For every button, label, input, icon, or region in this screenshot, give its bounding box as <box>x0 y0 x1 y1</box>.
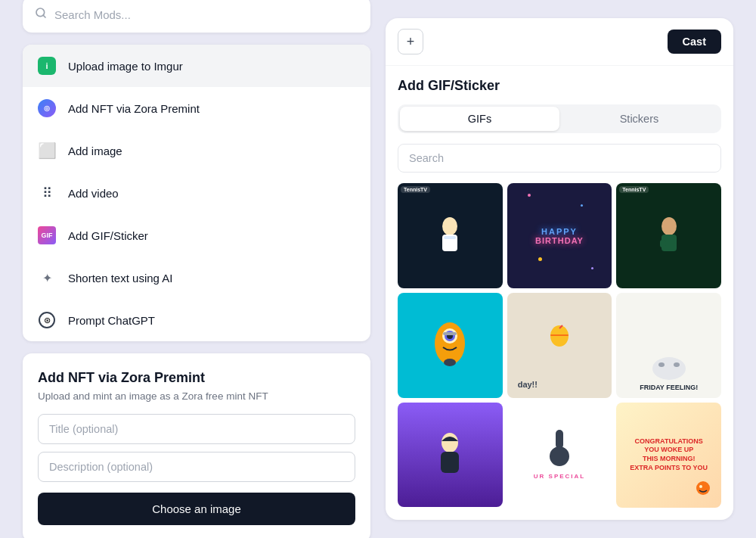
tab-gifs[interactable]: GIFs <box>400 107 559 131</box>
menu-item-label: Upload image to Imgur <box>68 60 183 73</box>
svg-point-28 <box>699 485 702 488</box>
menu-item-gif[interactable]: GIF Add GIF/Sticker <box>23 214 370 257</box>
menu-item-image[interactable]: ⬜ Add image <box>23 129 370 172</box>
nft-description-input[interactable] <box>38 452 355 482</box>
menu-item-label: Add image <box>68 145 122 157</box>
svg-point-5 <box>662 217 677 235</box>
search-icon <box>35 7 47 22</box>
menu-item-nft[interactable]: ◎ Add NFT via Zora Premint <box>23 87 370 129</box>
gif-icon: GIF <box>36 225 57 246</box>
svg-point-14 <box>444 359 456 366</box>
svg-rect-13 <box>443 332 457 335</box>
svg-point-21 <box>442 433 458 452</box>
svg-point-19 <box>658 362 665 367</box>
svg-point-18 <box>652 357 686 380</box>
svg-point-20 <box>674 362 680 367</box>
gif-item-6[interactable]: FRIDAY FEELING! <box>616 293 721 398</box>
svg-point-27 <box>696 481 710 495</box>
svg-rect-23 <box>556 430 563 449</box>
nft-icon: ◎ <box>36 98 57 119</box>
gif-grid: TennisTV HAPPY BIRTHDAY <box>398 183 721 507</box>
svg-rect-7 <box>660 240 666 247</box>
menu-item-label: Add GIF/Sticker <box>68 229 148 242</box>
nft-title-input[interactable] <box>38 414 355 444</box>
left-panel: i Upload image to Imgur ◎ Add NFT via Zo… <box>23 0 370 538</box>
choose-image-button[interactable]: Choose an image <box>38 493 355 525</box>
right-panel: + Cast Add GIF/Sticker GIFs Stickers Ten… <box>386 18 733 519</box>
nft-form-card: Add NFT via Zora Premint Upload and mint… <box>23 353 370 538</box>
menu-item-chatgpt[interactable]: ⊛ Prompt ChatGPT <box>23 299 370 341</box>
gif-item-1[interactable]: TennisTV <box>398 183 503 288</box>
menu-item-shorten[interactable]: ✦ Shorten text using AI <box>23 257 370 299</box>
image-icon: ⬜ <box>36 140 57 161</box>
gif-item-7[interactable] <box>398 403 503 508</box>
tabs-row: GIFs Stickers <box>398 104 721 133</box>
imgur-icon: i <box>36 55 57 76</box>
menu-item-label: Add video <box>68 187 119 200</box>
svg-rect-25 <box>552 452 556 462</box>
menu-item-label: Shorten text using AI <box>68 272 172 285</box>
gif-item-3[interactable]: TennisTV <box>616 183 721 288</box>
menu-item-imgur[interactable]: i Upload image to Imgur <box>23 45 370 87</box>
gif-item-9[interactable]: CONGRATULATIONSYOU WOKE UPTHIS MORNING!E… <box>616 403 721 508</box>
svg-rect-16 <box>550 334 569 336</box>
shorten-icon: ✦ <box>36 267 57 288</box>
search-input[interactable] <box>54 8 358 21</box>
video-icon: ⠿ <box>36 182 57 204</box>
menu-item-video[interactable]: ⠿ Add video <box>23 172 370 214</box>
gif-item-4[interactable] <box>398 293 503 398</box>
search-bar <box>23 0 370 33</box>
menu-item-label: Add NFT via Zora Premint <box>68 102 200 115</box>
menu-card: i Upload image to Imgur ◎ Add NFT via Zo… <box>23 45 370 341</box>
menu-item-label: Prompt ChatGPT <box>68 314 155 327</box>
svg-point-2 <box>442 217 457 235</box>
cast-button[interactable]: Cast <box>668 30 721 54</box>
right-header: + Cast <box>386 18 733 66</box>
chatgpt-icon: ⊛ <box>36 309 57 331</box>
tennis-badge: TennisTV <box>401 186 430 193</box>
svg-rect-4 <box>444 236 456 239</box>
svg-line-1 <box>43 15 45 17</box>
friday-text: FRIDAY FEELING! <box>640 384 698 392</box>
svg-rect-22 <box>441 452 459 473</box>
plus-button[interactable]: + <box>398 29 423 54</box>
tab-stickers[interactable]: Stickers <box>559 107 719 131</box>
nft-card-title: Add NFT via Zora Premint <box>38 370 355 386</box>
svg-rect-26 <box>562 452 567 462</box>
gif-item-5[interactable]: day!! <box>507 293 612 398</box>
tennis-badge: TennisTV <box>619 186 649 193</box>
gif-search-input[interactable] <box>398 144 721 173</box>
gif-panel-title: Add GIF/Sticker <box>398 78 721 94</box>
gif-item-8[interactable]: UR SPECIAL <box>507 403 612 508</box>
nft-card-description: Upload and mint an image as a Zora free … <box>38 390 355 402</box>
gif-item-2[interactable]: HAPPY BIRTHDAY <box>507 183 612 288</box>
gif-panel-inner: Add GIF/Sticker GIFs Stickers TennisTV H… <box>386 66 733 519</box>
